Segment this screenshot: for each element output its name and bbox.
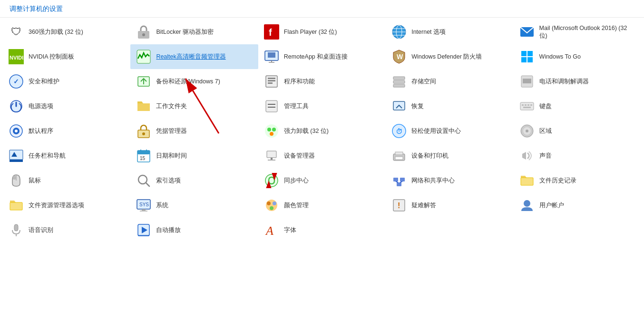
item-workfolder-label: 工作文件夹 (156, 102, 187, 110)
control-panel-item-item-region[interactable]: 区域 (514, 119, 641, 143)
svg-rect-69 (267, 151, 276, 158)
svg-text:f: f (269, 27, 272, 38)
control-panel-item-item-default[interactable]: 默认程序 (3, 119, 130, 143)
control-panel-item-item-manage[interactable]: 管理工具 (258, 94, 386, 119)
item-remoteapp-icon (263, 48, 280, 65)
control-panel-item-item-windowstogo[interactable]: Windows To Go (514, 44, 641, 69)
item-windowstogo-label: Windows To Go (539, 53, 581, 60)
control-panel-item-item-device[interactable]: 设备管理器 (258, 143, 386, 168)
item-network-label: 网络和共享中心 (411, 177, 455, 184)
control-panel-item-item-search[interactable]: 索引选项 (130, 168, 258, 193)
control-panel-item-item-voice[interactable]: 语音识别 (3, 218, 130, 242)
svg-point-95 (270, 206, 273, 210)
control-panel-item-item-power[interactable]: 电源选项 (3, 94, 130, 119)
control-panel-item-item-internet[interactable]: Internet 选项 (386, 20, 513, 44)
item-taskbar-label: 任务栏和导航 (29, 152, 66, 160)
item-easycenter-label: 轻松使用设置中心 (411, 127, 461, 135)
control-panel-item-item-strong32[interactable]: 强力卸载 (32 位) (258, 119, 386, 143)
item-anquan-icon: ✓ (8, 73, 25, 90)
page-header: 调整计算机的设置 (0, 0, 644, 18)
control-panel-item-item-remoteapp[interactable]: RemoteApp 和桌面连接 (258, 44, 386, 69)
svg-rect-46 (523, 107, 531, 108)
control-panel-item-item-mouse[interactable]: 鼠标 (3, 168, 130, 193)
item-program-icon (263, 73, 280, 90)
control-panel-item-item-recover[interactable]: 恢复 (386, 94, 513, 119)
control-panel-item-item-workfolder[interactable]: 工作文件夹 (130, 94, 258, 119)
control-panel-item-item-network[interactable]: 网络和共享中心 (386, 168, 513, 193)
control-panel-item-item-phone[interactable]: 电话和调制解调器 (514, 69, 641, 94)
item-voice-label: 语音识别 (29, 226, 53, 234)
control-panel-item-item-nvidia[interactable]: NVIDIANVIDIA 控制面板 (3, 44, 130, 69)
svg-rect-37 (266, 101, 277, 112)
item-default-label: 默认程序 (29, 127, 53, 135)
item-realtek-icon (135, 48, 152, 65)
control-panel-item-item-360[interactable]: 🛡360强力卸载 (32 位) (3, 20, 130, 44)
item-deviceprint-icon (390, 147, 408, 164)
svg-rect-36 (137, 103, 150, 111)
control-panel-item-item-flash[interactable]: fFlash Player (32 位) (258, 20, 386, 44)
item-keyboard-label: 键盘 (539, 102, 552, 110)
svg-rect-65 (137, 151, 150, 154)
svg-rect-19 (527, 51, 533, 56)
item-program-label: 程序和功能 (284, 78, 315, 85)
control-panel-item-item-keyboard[interactable]: 键盘 (514, 94, 641, 119)
control-panel-item-item-system[interactable]: SYS系统 (130, 193, 258, 218)
item-manage-icon (263, 98, 280, 115)
control-panel-item-item-easycenter[interactable]: ⏱轻松使用设置中心 (386, 119, 513, 143)
item-user-icon (518, 197, 536, 214)
item-fileexp-label: 文件资源管理器选项 (29, 201, 84, 209)
control-panel-item-item-windefender[interactable]: WWindows Defender 防火墙 (386, 44, 513, 69)
item-mail-label: Mail (Microsoft Outlook 2016) (32 位) (539, 24, 636, 40)
svg-point-51 (142, 132, 145, 135)
control-panel-item-item-fileexp[interactable]: 文件资源管理器选项 (3, 193, 130, 218)
control-panel-item-item-deviceprint[interactable]: 设备和打印机 (386, 143, 513, 168)
item-recover-label: 恢复 (411, 102, 424, 110)
item-power-icon (8, 98, 25, 115)
svg-rect-74 (395, 157, 403, 160)
item-network-icon (390, 172, 408, 189)
control-panel-item-item-credential[interactable]: 凭据管理器 (130, 119, 258, 143)
svg-rect-70 (271, 158, 273, 160)
control-panel-item-item-backup[interactable]: 备份和还原(Windows 7) (130, 69, 258, 94)
control-panel-item-item-mail[interactable]: Mail (Microsoft Outlook 2016) (32 位) (514, 20, 641, 44)
control-panel-item-item-sound[interactable]: 声音 (514, 143, 641, 168)
control-panel-item-item-bitlocker[interactable]: BitLocker 驱动器加密 (130, 20, 258, 44)
control-panel-item-item-trouble[interactable]: !疑难解答 (386, 193, 513, 218)
item-storage-icon (390, 73, 408, 90)
svg-rect-90 (140, 211, 147, 211)
svg-point-93 (267, 201, 271, 205)
page-title-link[interactable]: 调整计算机的设置 (10, 5, 63, 12)
item-sound-icon (518, 147, 536, 164)
svg-rect-34 (523, 79, 531, 83)
svg-rect-30 (393, 77, 405, 80)
control-panel-item-item-sync[interactable]: 同步中心 (258, 168, 386, 193)
svg-rect-42 (522, 104, 524, 106)
item-date-icon: 15 (135, 147, 152, 164)
svg-rect-32 (393, 84, 405, 87)
control-panel-item-item-date[interactable]: 15日期和时间 (130, 143, 258, 168)
svg-rect-99 (14, 224, 18, 231)
item-search-icon (135, 172, 152, 189)
control-panel-item-item-autoplay[interactable]: 自动播放 (130, 218, 258, 242)
item-credential-label: 凭据管理器 (156, 127, 187, 135)
control-panel-item-item-filehist[interactable]: 文件历史记录 (514, 168, 641, 193)
control-panel-item-item-storage[interactable]: 存储空间 (386, 69, 513, 94)
svg-point-1 (142, 33, 145, 36)
item-font-label: 字体 (284, 226, 296, 234)
control-panel-item-item-taskbar[interactable]: 任务栏和导航 (3, 143, 130, 168)
item-color-icon (263, 197, 280, 214)
svg-text:✓: ✓ (13, 78, 19, 85)
control-panel-item-item-font[interactable]: A字体 (258, 218, 386, 242)
svg-point-60 (526, 130, 528, 132)
svg-text:15: 15 (140, 156, 146, 161)
control-panel-item-item-anquan[interactable]: ✓安全和维护 (3, 69, 130, 94)
svg-text:⏱: ⏱ (396, 128, 402, 135)
item-region-icon (518, 122, 536, 140)
control-panel-item-item-user[interactable]: 用户帐户 (514, 193, 641, 218)
control-panel-item-item-color[interactable]: 颜色管理 (258, 193, 386, 218)
item-mouse-label: 鼠标 (29, 177, 41, 184)
item-phone-icon (518, 73, 536, 90)
control-panel-item-item-realtek[interactable]: Realtek高清晰音频管理器 (130, 44, 258, 69)
control-panel-item-item-program[interactable]: 程序和功能 (258, 69, 386, 94)
item-nvidia-label: NVIDIA 控制面板 (29, 53, 74, 60)
